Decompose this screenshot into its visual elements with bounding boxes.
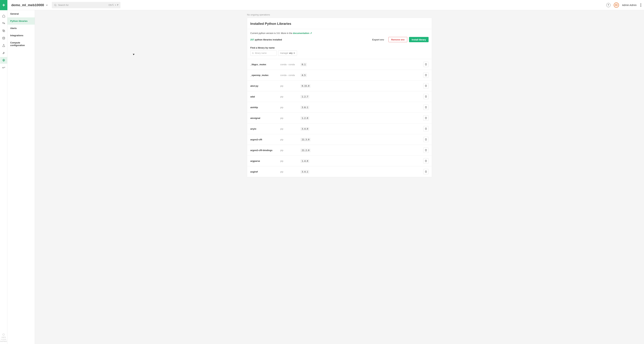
- rail-tools[interactable]: [0, 50, 7, 56]
- python-version-info: Current python version is 3.8. More in t…: [247, 29, 432, 34]
- trash-icon: [425, 95, 427, 98]
- sidebar-item-general[interactable]: General: [8, 10, 35, 17]
- rail-home[interactable]: [0, 13, 7, 19]
- flask-icon: [2, 44, 5, 47]
- trash-icon: [425, 117, 427, 119]
- project-selector[interactable]: demo_ml_meb10000: [11, 3, 48, 7]
- delete-library-button[interactable]: [423, 105, 428, 110]
- library-manager: pip: [280, 117, 300, 119]
- rail-storage[interactable]: [0, 35, 7, 41]
- database-icon: [2, 37, 5, 40]
- trash-icon: [425, 128, 427, 130]
- sidebar-item-python-libraries[interactable]: Python libraries: [8, 17, 35, 25]
- libraries-table: _libgcc_mutexconda - conda0.1_openmp_mut…: [247, 59, 432, 177]
- svg-point-7: [3, 37, 5, 38]
- table-row: argon2-cffi-bindingspip21.2.0: [247, 145, 432, 156]
- library-name-input[interactable]: [255, 52, 275, 54]
- library-version: 1.4.0: [300, 159, 309, 163]
- rail-shapes[interactable]: [0, 20, 7, 27]
- sidebar-item-compute[interactable]: Compute configuration: [8, 39, 35, 49]
- content-area: No ongoing operations Installed Python L…: [35, 10, 644, 344]
- documentation-link[interactable]: documentation ↗: [293, 32, 312, 34]
- library-name: adal: [250, 95, 280, 98]
- search-input[interactable]: [58, 4, 93, 6]
- library-version: 0.15.0: [300, 84, 310, 88]
- library-manager: pip: [280, 85, 300, 87]
- user-name-label: Admin Admin: [622, 4, 636, 6]
- table-row: argon2-cffipip21.3.0: [247, 134, 432, 145]
- delete-library-button[interactable]: [423, 83, 428, 88]
- settings-sidebar: General Python libraries Alerts Integrat…: [8, 10, 35, 344]
- sidebar-item-alerts[interactable]: Alerts: [8, 25, 35, 32]
- table-row: aiosignalpip1.2.0: [247, 113, 432, 123]
- library-manager: pip: [280, 95, 300, 98]
- manager-filter[interactable]: manager any: [278, 50, 297, 56]
- library-name: asgiref: [250, 171, 280, 173]
- library-manager: pip: [280, 171, 300, 173]
- library-version: 21.2.0: [300, 149, 310, 152]
- delete-library-button[interactable]: [423, 126, 428, 131]
- library-name: aiohttp: [250, 106, 280, 109]
- library-version: 3.4.0: [300, 127, 309, 131]
- rail-settings[interactable]: [0, 57, 7, 64]
- library-manager: conda - conda: [280, 63, 300, 66]
- delete-library-button[interactable]: [423, 148, 428, 153]
- library-manager: conda - conda: [280, 74, 300, 76]
- help-icon[interactable]: ?: [606, 3, 610, 7]
- table-row: absl-pypip0.15.0: [247, 80, 432, 91]
- sidebar-item-integrations[interactable]: Integrations: [8, 32, 35, 39]
- library-version: 1.2.7: [300, 95, 309, 99]
- delete-library-button[interactable]: [423, 158, 428, 164]
- trash-icon: [425, 63, 427, 66]
- delete-library-button[interactable]: [423, 94, 428, 99]
- home-icon: [2, 14, 5, 17]
- search-icon: [252, 52, 254, 54]
- version-icon: [2, 333, 5, 336]
- trash-icon: [425, 160, 427, 162]
- library-manager: pip: [280, 128, 300, 130]
- brand-logo[interactable]: [0, 0, 8, 10]
- library-manager: pip: [280, 149, 300, 152]
- library-manager: pip: [280, 106, 300, 109]
- table-row: anyiopip3.4.0: [247, 123, 432, 134]
- back-arrow-icon: [2, 66, 5, 69]
- library-name-filter[interactable]: [250, 50, 277, 56]
- wrench-icon: [2, 51, 5, 54]
- trash-icon: [425, 85, 427, 87]
- delete-library-button[interactable]: [423, 62, 428, 67]
- remove-env-button[interactable]: Remove env: [388, 37, 407, 42]
- library-manager: pip: [280, 160, 300, 162]
- project-name-label: demo_ml_meb10000: [11, 3, 44, 7]
- libraries-card: Installed Python Libraries Current pytho…: [247, 18, 432, 177]
- page-title: Installed Python Libraries: [250, 22, 428, 26]
- kebab-menu-icon[interactable]: [640, 3, 642, 7]
- delete-library-button[interactable]: [423, 137, 428, 142]
- rail-back[interactable]: [0, 64, 7, 71]
- table-row: _libgcc_mutexconda - conda0.1: [247, 59, 432, 70]
- install-library-button[interactable]: Install library: [409, 37, 428, 42]
- global-search[interactable]: Ctrl + P: [52, 2, 120, 8]
- nav-rail: HSFS V 2.5.0- NAPSHO: [0, 10, 8, 344]
- gear-icon: [2, 59, 5, 62]
- library-name: absl-py: [250, 85, 280, 87]
- avatar[interactable]: AA: [614, 2, 619, 8]
- delete-library-button[interactable]: [423, 169, 428, 174]
- rail-experiments[interactable]: [0, 42, 7, 49]
- svg-marker-12: [294, 52, 295, 53]
- delete-library-button[interactable]: [423, 115, 428, 121]
- library-version: 21.3.0: [300, 138, 310, 141]
- library-name: anyio: [250, 128, 280, 130]
- svg-point-3: [2, 22, 4, 23]
- library-version: 0.1: [300, 63, 307, 66]
- svg-point-1: [54, 4, 56, 6]
- trash-icon: [425, 106, 427, 109]
- library-count: 257: [250, 38, 254, 41]
- table-row: argparsepip1.4.0: [247, 156, 432, 166]
- export-env-button[interactable]: Export env: [370, 37, 387, 42]
- top-bar: demo_ml_meb10000 Ctrl + P ? AA Admin Adm…: [0, 0, 644, 10]
- rail-overlap[interactable]: [0, 27, 7, 34]
- sort-icon: [293, 52, 295, 54]
- svg-line-2: [56, 6, 56, 6]
- delete-library-button[interactable]: [423, 72, 428, 78]
- trash-icon: [425, 171, 427, 173]
